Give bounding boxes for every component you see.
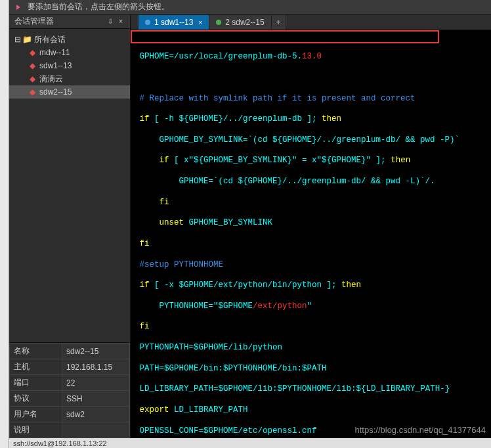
session-label: sdw2--15 — [39, 87, 72, 97]
editor-area: 1 sdw1--13 × 2 sdw2--15 + GPHOME=/usr/lo… — [131, 14, 491, 438]
prop-row: 名称sdw2--15 — [10, 344, 130, 359]
highlight-annotation — [131, 30, 439, 43]
add-tab-button[interactable]: + — [272, 15, 286, 30]
session-item[interactable]: ◆ sdw2--15 — [9, 85, 130, 99]
tab-bar: 1 sdw1--13 × 2 sdw2--15 + — [131, 14, 491, 30]
hint-bar: 要添加当前会话，点击左侧的箭头按钮。 — [9, 0, 491, 14]
hint-text: 要添加当前会话，点击左侧的箭头按钮。 — [28, 1, 169, 12]
prop-row: 端口22 — [10, 375, 130, 391]
tab-sdw2[interactable]: 2 sdw2--15 — [209, 15, 271, 30]
close-icon[interactable]: × — [117, 18, 125, 26]
arrow-icon — [14, 3, 24, 12]
session-icon: ◆ — [28, 87, 37, 97]
prop-row: 协议SSH — [10, 391, 130, 407]
folder-icon: 📁 — [22, 35, 32, 44]
watermark: https://blog.csdn.net/qq_41377644 — [355, 425, 486, 435]
tree-root-label: 所有会话 — [34, 34, 66, 45]
prop-row: 说明 — [10, 422, 130, 438]
session-icon: ◆ — [28, 74, 37, 83]
sidebar-header: 会话管理器 ⇩ × — [9, 14, 130, 29]
status-bar: ssh://sdw1@192.168.1.13:22 — [9, 438, 491, 448]
pin-icon[interactable]: ⇩ — [106, 18, 114, 26]
status-dot-icon — [216, 20, 221, 25]
prop-row: 主机192.168.1.15 — [10, 359, 130, 375]
session-item[interactable]: ◆ sdw1--13 — [9, 59, 130, 72]
properties-panel: 名称sdw2--15 主机192.168.1.15 端口22 协议SSH 用户名… — [9, 342, 130, 438]
tree-root[interactable]: ⊟ 📁 所有会话 — [9, 33, 130, 46]
session-item[interactable]: ◆ 滴滴云 — [9, 72, 130, 85]
session-tree[interactable]: ⊟ 📁 所有会话 ◆ mdw--11 ◆ sdw1--13 ◆ 滴滴云 ◆ sd… — [9, 29, 130, 342]
session-item[interactable]: ◆ mdw--11 — [9, 46, 130, 59]
session-label: mdw--11 — [39, 48, 70, 57]
prop-row: 用户名sdw2 — [10, 407, 130, 422]
close-icon[interactable]: × — [198, 19, 202, 26]
session-icon: ◆ — [28, 48, 37, 57]
session-icon: ◆ — [28, 61, 37, 70]
session-label: sdw1--13 — [39, 61, 72, 70]
session-sidebar: 会话管理器 ⇩ × ⊟ 📁 所有会话 ◆ mdw--11 ◆ sdw1--13 … — [9, 14, 131, 438]
terminal-editor[interactable]: GPHOME=/usr/local/greenplum-db-5.13.0 # … — [131, 30, 491, 438]
session-label: 滴滴云 — [39, 74, 63, 85]
status-text: ssh://sdw1@192.168.1.13:22 — [13, 439, 107, 447]
sidebar-title: 会话管理器 — [14, 16, 54, 27]
status-dot-icon — [145, 20, 150, 25]
tab-sdw1[interactable]: 1 sdw1--13 × — [139, 15, 209, 30]
